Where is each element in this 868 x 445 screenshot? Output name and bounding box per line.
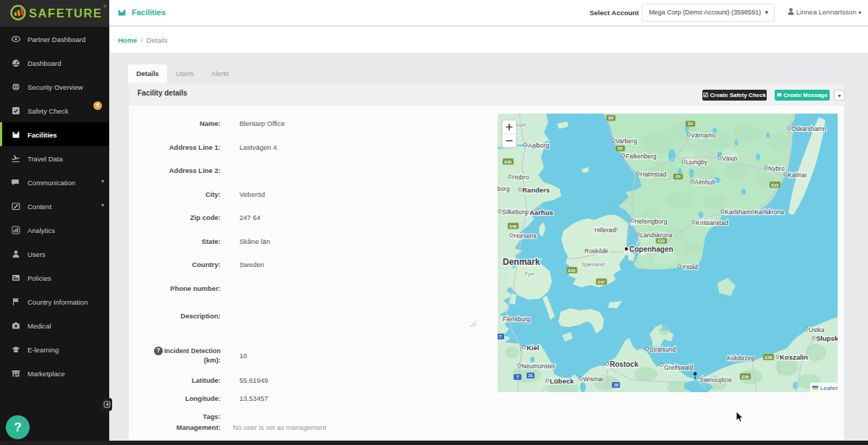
svg-text:E6: E6 (618, 146, 623, 151)
svg-text:Stralsund: Stralsund (650, 346, 676, 353)
svg-text:Helsingborg: Helsingborg (634, 218, 668, 225)
svg-text:Randers: Randers (522, 186, 550, 194)
svg-text:Rostock: Rostock (610, 360, 639, 368)
svg-text:Denmark: Denmark (503, 257, 540, 267)
svg-text:E4: E4 (688, 122, 694, 126)
svg-text:7: 7 (516, 375, 519, 379)
svg-text:Sjælland: Sjælland (582, 261, 605, 268)
svg-text:Karlshamn: Karlshamn (725, 208, 754, 216)
svg-text:Aarhus: Aarhus (529, 208, 553, 216)
svg-text:E45: E45 (505, 160, 512, 164)
svg-text:Wismar: Wismar (583, 376, 604, 383)
svg-text:Ljungby: Ljungby (686, 158, 708, 166)
svg-text:Landskrona: Landskrona (640, 232, 673, 239)
svg-text:Horsens: Horsens (514, 232, 537, 240)
svg-text:Copenhagen: Copenhagen (629, 245, 673, 253)
svg-text:Neumünster: Neumünster (522, 363, 555, 370)
svg-text:Hillerød: Hillerød (595, 226, 616, 234)
svg-text:E47: E47 (598, 280, 605, 284)
svg-text:Kiel: Kiel (527, 344, 539, 352)
svg-text:Ystad: Ystad (682, 263, 698, 271)
svg-text:Aalborg: Aalborg (528, 142, 550, 149)
svg-text:Viborg: Viborg (498, 185, 510, 192)
svg-text:®: ® (103, 4, 107, 9)
svg-text:E22: E22 (658, 239, 665, 243)
svg-text:E28: E28 (742, 375, 749, 379)
svg-text:Kristianstad: Kristianstad (696, 219, 728, 226)
svg-text:E6: E6 (608, 116, 613, 120)
svg-text:21: 21 (528, 373, 532, 378)
svg-text:7: 7 (499, 334, 501, 339)
svg-text:E22: E22 (772, 183, 779, 187)
svg-text:Växjö: Växjö (722, 155, 738, 162)
svg-text:Oskarshamn: Oskarshamn (791, 125, 826, 132)
svg-text:Silkeborg: Silkeborg (502, 208, 528, 216)
svg-text:Nybro: Nybro (768, 165, 785, 172)
svg-text:E45: E45 (510, 224, 517, 229)
svg-text:Roskilde: Roskilde (584, 247, 608, 255)
svg-text:Świnoujście: Świnoujście (699, 376, 732, 383)
svg-text:E28: E28 (765, 355, 773, 360)
svg-text:Karlskrona: Karlskrona (754, 208, 784, 216)
svg-text:Ustka: Ustka (809, 326, 825, 334)
svg-text:Kalmar: Kalmar (788, 171, 807, 179)
svg-text:SAFETURE: SAFETURE (29, 7, 103, 20)
svg-text:Greifswald: Greifswald (664, 364, 693, 371)
svg-text:Hobro: Hobro (512, 174, 529, 181)
svg-text:Kołobrzeg: Kołobrzeg (727, 355, 755, 362)
svg-text:Lübeck: Lübeck (550, 377, 574, 385)
svg-text:Varberg: Varberg (616, 137, 637, 145)
svg-text:Älmhult: Älmhult (694, 179, 715, 186)
svg-text:Koszalin: Koszalin (780, 353, 808, 361)
svg-text:E4: E4 (676, 174, 681, 179)
svg-text:19: 19 (613, 383, 618, 387)
svg-text:Fyn: Fyn (524, 271, 535, 277)
svg-text:Falkenberg: Falkenberg (626, 153, 657, 160)
svg-text:E20: E20 (569, 268, 576, 273)
svg-text:Leaflet: Leaflet (820, 385, 838, 391)
svg-text:Flensburg: Flensburg (503, 315, 530, 323)
svg-text:Värnamo: Värnamo (691, 132, 716, 139)
svg-text:Słupsk: Słupsk (816, 334, 838, 342)
svg-text:Halmstad: Halmstad (640, 171, 666, 178)
